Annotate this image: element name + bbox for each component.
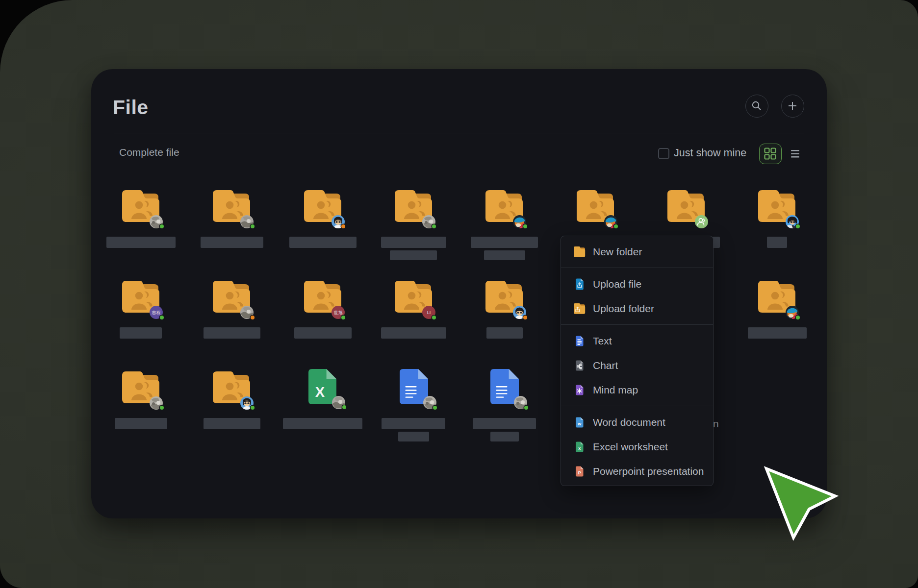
svg-text:世旭: 世旭	[334, 310, 343, 315]
svg-text:志程: 志程	[152, 310, 161, 315]
svg-text:LI: LI	[427, 310, 431, 315]
